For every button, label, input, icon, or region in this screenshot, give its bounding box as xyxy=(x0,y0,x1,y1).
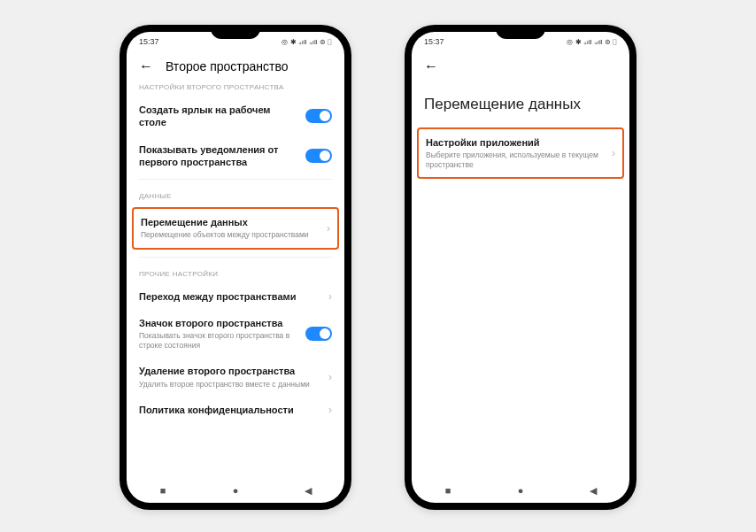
nav-back-icon[interactable]: ◀ xyxy=(588,485,598,496)
phone-left: 15:37 ◎ ✱ ₊ıll ₊ıll ⊜ ⌷ ← Второе простра… xyxy=(120,25,351,510)
nav-back-icon[interactable]: ◀ xyxy=(303,485,313,496)
back-icon[interactable]: ← xyxy=(139,58,153,74)
nav-home-icon[interactable]: ● xyxy=(230,485,241,496)
notch xyxy=(496,25,545,39)
nav-bar: ■ ● ◀ xyxy=(412,478,629,503)
row-delete-space[interactable]: Удаление второго пространства Удалить вт… xyxy=(139,358,332,396)
row-title: Значок второго пространства xyxy=(139,317,298,329)
row-second-space-icon[interactable]: Значок второго пространства Показывать з… xyxy=(139,310,332,358)
content-area: Настройки приложений Выберите приложения… xyxy=(412,126,629,478)
chevron-icon: › xyxy=(327,222,330,235)
status-icons: ◎ ✱ ₊ıll ₊ıll ⊜ ⌷ xyxy=(282,38,332,46)
section-label-other: ПРОЧИЕ НАСТРОЙКИ xyxy=(139,257,332,283)
nav-bar: ■ ● ◀ xyxy=(127,478,344,503)
toggle-second-space-icon[interactable] xyxy=(305,327,332,341)
row-switch-spaces[interactable]: Переход между пространствами › xyxy=(139,283,332,310)
chevron-icon: › xyxy=(612,147,615,159)
row-privacy-policy[interactable]: Политика конфиденциальности › xyxy=(139,397,332,423)
app-header: ← xyxy=(412,51,629,80)
toggle-notifications[interactable] xyxy=(305,149,332,163)
row-subtitle: Перемещение объектов между пространствам… xyxy=(141,230,320,240)
row-title: Удаление второго пространства xyxy=(139,365,321,377)
row-title: Показывать уведомления от первого простр… xyxy=(139,143,298,169)
screen-right: 15:37 ◎ ✱ ₊ıll ₊ıll ⊜ ⌷ ← Перемещение да… xyxy=(412,32,629,503)
chevron-icon: › xyxy=(328,371,332,383)
chevron-icon: › xyxy=(328,404,332,416)
status-time: 15:37 xyxy=(424,37,444,46)
status-icons: ◎ ✱ ₊ıll ₊ıll ⊜ ⌷ xyxy=(567,38,617,46)
row-shortcut[interactable]: Создать ярлык на рабочем столе xyxy=(139,96,332,136)
status-time: 15:37 xyxy=(139,37,159,46)
toggle-shortcut[interactable] xyxy=(305,109,332,123)
app-header: ← Второе пространство xyxy=(127,51,344,80)
highlight-app-settings: Настройки приложений Выберите приложения… xyxy=(417,127,624,179)
row-title: Создать ярлык на рабочем столе xyxy=(139,104,298,129)
nav-home-icon[interactable]: ● xyxy=(515,485,526,496)
section-label-data: ДАННЫЕ xyxy=(139,179,332,205)
row-move-data[interactable]: Перемещение данных Перемещение объектов … xyxy=(141,214,330,242)
page-big-title: Перемещение данных xyxy=(412,80,629,126)
screen-left: 15:37 ◎ ✱ ₊ıll ₊ıll ⊜ ⌷ ← Второе простра… xyxy=(127,32,344,503)
highlight-move-data: Перемещение данных Перемещение объектов … xyxy=(132,207,339,249)
row-notifications[interactable]: Показывать уведомления от первого простр… xyxy=(139,136,332,176)
nav-recent-icon[interactable]: ■ xyxy=(158,485,168,496)
row-app-settings[interactable]: Настройки приложений Выберите приложения… xyxy=(426,135,615,172)
row-subtitle: Показывать значок второго пространства в… xyxy=(139,331,298,351)
content-area: НАСТРОЙКИ ВТОРОГО ПРОСТРАНСТВА Создать я… xyxy=(127,80,344,478)
section-label-settings: НАСТРОЙКИ ВТОРОГО ПРОСТРАНСТВА xyxy=(139,80,332,96)
row-title: Политика конфиденциальности xyxy=(139,404,321,416)
row-title: Переход между пространствами xyxy=(139,290,321,303)
notch xyxy=(211,25,260,39)
page-title: Второе пространство xyxy=(166,59,289,73)
phone-right: 15:37 ◎ ✱ ₊ıll ₊ıll ⊜ ⌷ ← Перемещение да… xyxy=(405,25,636,510)
row-subtitle: Удалить второе пространство вместе с дан… xyxy=(139,380,321,389)
back-icon[interactable]: ← xyxy=(424,58,438,74)
row-title: Перемещение данных xyxy=(141,216,320,228)
row-title: Настройки приложений xyxy=(426,136,605,149)
row-subtitle: Выберите приложения, используемые в теку… xyxy=(426,150,605,170)
chevron-icon: › xyxy=(328,290,332,303)
nav-recent-icon[interactable]: ■ xyxy=(443,485,453,496)
